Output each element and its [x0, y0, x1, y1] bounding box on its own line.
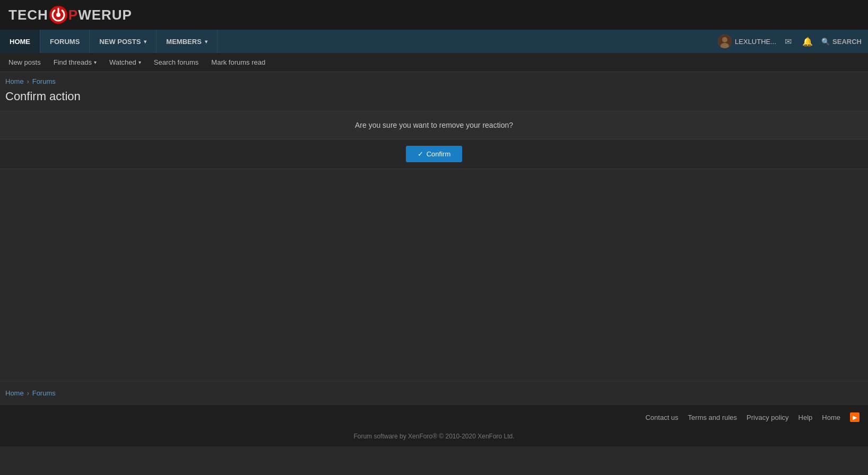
alerts-icon[interactable]: 🔔	[800, 34, 815, 49]
subnav-find-threads-label: Find threads	[54, 58, 92, 66]
nav-user[interactable]: LEXLUTHE...	[718, 34, 776, 48]
footer-links: Contact us Terms and rules Privacy polic…	[0, 404, 868, 429]
footer-link-terms-and-rules[interactable]: Terms and rules	[688, 414, 737, 421]
rss-icon[interactable]: ▶	[850, 412, 860, 422]
breadcrumb-separator: ›	[27, 78, 29, 85]
logo-icon	[49, 5, 68, 24]
logo-text-part2: PWERUP	[68, 7, 132, 23]
nav-item-members[interactable]: MEMBERS ▾	[157, 30, 217, 53]
footer-breadcrumb-home[interactable]: Home	[5, 389, 24, 397]
confirm-button[interactable]: ✓ Confirm	[406, 146, 463, 162]
subnav-search-forums-label: Search forums	[154, 58, 199, 66]
nav-right: LEXLUTHE... ✉ 🔔 🔍 SEARCH	[711, 30, 868, 53]
breadcrumb-home[interactable]: Home	[5, 77, 24, 85]
subnav-item-watched[interactable]: Watched ▾	[103, 53, 147, 72]
subnav-new-posts-label: New posts	[8, 58, 41, 66]
subnav-item-search-forums[interactable]: Search forums	[147, 53, 205, 72]
sub-navbar: New posts Find threads ▾ Watched ▾ Searc…	[0, 53, 868, 72]
footer-breadcrumb: Home › Forums	[0, 381, 868, 404]
search-icon: 🔍	[821, 38, 830, 46]
messages-icon[interactable]: ✉	[783, 34, 794, 49]
confirm-button-label: Confirm	[427, 150, 451, 158]
subnav-item-find-threads[interactable]: Find threads ▾	[47, 53, 103, 72]
footer-breadcrumb-separator: ›	[27, 390, 29, 397]
search-label: SEARCH	[832, 38, 862, 46]
svg-point-2	[56, 13, 60, 17]
footer: Home › Forums Contact us Terms and rules…	[0, 381, 868, 446]
footer-breadcrumb-current[interactable]: Forums	[32, 389, 56, 397]
main-content	[0, 169, 868, 381]
nav-item-members-arrow: ▾	[205, 39, 207, 45]
confirm-box: Are you sure you want to remove your rea…	[0, 111, 868, 169]
svg-point-4	[722, 37, 727, 42]
site-logo[interactable]: TECH PWERUP	[8, 5, 132, 24]
footer-link-privacy-policy[interactable]: Privacy policy	[747, 414, 788, 421]
subnav-mark-forums-read-label: Mark forums read	[211, 58, 265, 66]
subnav-watched-label: Watched	[109, 58, 136, 66]
nav-item-forums[interactable]: FORUMS	[40, 30, 90, 53]
footer-link-contact-us[interactable]: Contact us	[645, 414, 678, 421]
page-title: Confirm action	[0, 89, 868, 111]
breadcrumb-current[interactable]: Forums	[32, 77, 56, 85]
nav-item-new-posts-label: NEW POSTS	[99, 38, 141, 46]
nav-item-new-posts-arrow: ▾	[144, 39, 146, 45]
subnav-watched-arrow: ▾	[138, 59, 141, 65]
breadcrumb: Home › Forums	[0, 72, 868, 89]
subnav-item-mark-forums-read[interactable]: Mark forums read	[205, 53, 272, 72]
logo-p-letter: P	[68, 7, 78, 23]
logo-text-rest: WERUP	[78, 7, 132, 23]
subnav-item-new-posts[interactable]: New posts	[2, 53, 47, 72]
footer-link-help[interactable]: Help	[798, 414, 813, 421]
main-navbar: HOME FORUMS NEW POSTS ▾ MEMBERS ▾ LEXLUT…	[0, 30, 868, 53]
site-header: TECH PWERUP	[0, 0, 868, 30]
search-button[interactable]: 🔍 SEARCH	[821, 38, 862, 46]
logo-text-part1: TECH	[8, 7, 48, 23]
footer-copyright: Forum software by XenForo® © 2010-2020 X…	[0, 429, 868, 446]
subnav-find-threads-arrow: ▾	[94, 59, 97, 65]
avatar	[718, 34, 732, 48]
nav-item-home[interactable]: HOME	[0, 30, 40, 53]
footer-link-home[interactable]: Home	[822, 414, 840, 421]
avatar-image	[718, 34, 732, 48]
nav-item-new-posts[interactable]: NEW POSTS ▾	[90, 30, 157, 53]
nav-username: LEXLUTHE...	[735, 38, 776, 46]
confirm-action-row: ✓ Confirm	[0, 139, 868, 169]
nav-item-members-label: MEMBERS	[166, 38, 201, 46]
nav-left: HOME FORUMS NEW POSTS ▾ MEMBERS ▾	[0, 30, 218, 53]
confirm-message: Are you sure you want to remove your rea…	[0, 111, 868, 139]
confirm-checkmark-icon: ✓	[418, 150, 423, 158]
